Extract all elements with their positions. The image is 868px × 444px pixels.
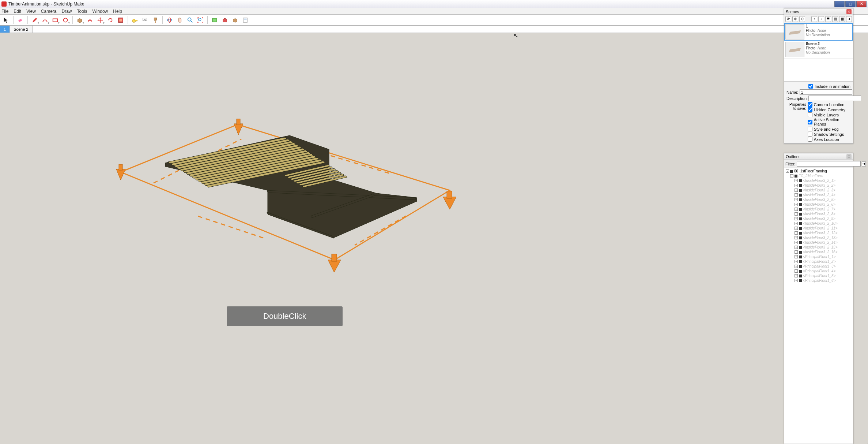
scene-tab-1[interactable]: 1 — [0, 26, 10, 33]
tree-expand-icon[interactable]: + — [795, 198, 798, 201]
tree-expand-icon[interactable]: + — [795, 189, 798, 192]
tree-expand-icon[interactable]: - — [790, 174, 793, 178]
offset-tool-icon[interactable] — [86, 16, 94, 24]
tree-expand-icon[interactable]: + — [795, 274, 798, 277]
scene-desc-input[interactable] — [808, 96, 861, 101]
menu-window[interactable]: Window — [93, 9, 108, 14]
tree-expand-icon[interactable]: + — [795, 212, 798, 216]
tree-row[interactable]: +<PrincipalFloor1_4> — [785, 269, 852, 273]
tree-expand-icon[interactable]: + — [795, 241, 798, 244]
menu-view[interactable]: View — [26, 9, 36, 14]
scene-movedown-icon[interactable]: ↓ — [818, 16, 824, 22]
prop-camera-checkbox[interactable] — [808, 102, 812, 107]
tree-row[interactable]: +<InsideFloor3_2_7> — [785, 207, 852, 212]
circle-tool-icon[interactable] — [61, 16, 69, 24]
tree-expand-icon[interactable]: + — [795, 193, 798, 197]
tree-expand-icon[interactable]: + — [795, 203, 798, 206]
extension-icon[interactable] — [231, 16, 239, 24]
3d-viewport[interactable]: DoubleClick — [0, 33, 868, 444]
menu-tools[interactable]: Tools — [77, 9, 87, 14]
tree-expand-icon[interactable]: + — [795, 265, 798, 268]
tree-row[interactable]: +<PrincipalFloor1_3> — [785, 264, 852, 269]
outliner-close-icon[interactable]: □ — [846, 154, 852, 159]
menu-camera[interactable]: Camera — [41, 9, 57, 14]
layout-icon[interactable] — [241, 16, 249, 24]
tree-row[interactable]: +<PrincipalFloor1_2> — [785, 259, 852, 264]
prop-shadow-checkbox[interactable] — [808, 132, 812, 137]
rotate-tool-icon[interactable] — [106, 16, 114, 24]
tree-row[interactable]: +<InsideFloor3_2_6> — [785, 202, 852, 207]
move-tool-icon[interactable] — [96, 16, 104, 24]
tree-expand-icon[interactable]: + — [795, 260, 798, 263]
tree-expand-icon[interactable]: + — [795, 208, 798, 211]
scene-list-item[interactable]: Scene 2 Photo: None No Description — [784, 41, 853, 59]
maximize-button[interactable]: □ — [845, 1, 856, 7]
tree-row[interactable]: +<InsideFloor3_2_1> — [785, 178, 852, 183]
prop-layers-checkbox[interactable] — [808, 112, 812, 117]
scene-refresh-icon[interactable]: ⟳ — [785, 16, 791, 22]
menu-edit[interactable]: Edit — [14, 9, 21, 14]
scene-tab-2[interactable]: Scene 2 — [10, 26, 32, 33]
scene-moveup-icon[interactable]: ↑ — [811, 16, 817, 22]
eraser-tool-icon[interactable] — [16, 16, 24, 24]
tree-expand-icon[interactable]: + — [795, 227, 798, 230]
zoom-extents-tool-icon[interactable] — [196, 16, 204, 24]
tree-row[interactable]: +<InsideFloor3_2_14> — [785, 240, 852, 245]
tree-row[interactable]: +<InsideFloor3_2_9> — [785, 216, 852, 221]
scene-name-input[interactable] — [800, 89, 852, 95]
tree-expand-icon[interactable]: + — [795, 179, 798, 182]
outliner-filter-input[interactable] — [797, 161, 861, 167]
tree-expand-icon[interactable]: + — [795, 236, 798, 239]
menu-file[interactable]: File — [1, 9, 8, 14]
scene-list-item[interactable]: 1 Photo: None No Description — [784, 23, 853, 41]
tree-expand-icon[interactable]: + — [795, 279, 798, 282]
tree-row[interactable]: +<InsideFloor3_2_3> — [785, 188, 852, 193]
include-animation-checkbox[interactable] — [808, 84, 813, 89]
scene-remove-icon[interactable]: ⊖ — [799, 16, 805, 22]
prop-axes-checkbox[interactable] — [808, 137, 812, 142]
orbit-tool-icon[interactable] — [166, 16, 174, 24]
scene-add-icon[interactable]: ⊕ — [792, 16, 798, 22]
tree-row[interactable]: +<InsideFloor3_2_11> — [785, 226, 852, 231]
tree-row[interactable]: +<PrincipalFloor1_5> — [785, 273, 852, 278]
scenes-panel-header[interactable]: Scenes ✕ — [784, 8, 853, 15]
pan-tool-icon[interactable] — [176, 16, 184, 24]
tree-row[interactable]: +<InsideFloor3_2_5> — [785, 197, 852, 202]
menu-draw[interactable]: Draw — [62, 9, 72, 14]
rectangle-tool-icon[interactable] — [51, 16, 59, 24]
tree-row[interactable]: -FC_2ManForm — [785, 174, 852, 178]
tree-expand-icon[interactable]: + — [795, 269, 798, 273]
outliner-tree[interactable]: -00_1stFloorFraming-FC_2ManForm+<InsideF… — [784, 168, 853, 444]
tree-row[interactable]: +<PrincipalFloor1_1> — [785, 254, 852, 259]
outliner-details-icon[interactable]: ➜ — [862, 161, 866, 167]
menu-help[interactable]: Help — [113, 9, 122, 14]
tree-row[interactable]: +<InsideFloor3_2_13> — [785, 235, 852, 240]
tree-row[interactable]: +<InsideFloor3_2_8> — [785, 212, 852, 216]
tree-expand-icon[interactable]: + — [795, 217, 798, 220]
minimize-button[interactable]: _ — [834, 1, 845, 7]
prop-hidden-checkbox[interactable] — [808, 107, 812, 112]
tree-expand-icon[interactable]: + — [795, 250, 798, 254]
tree-row[interactable]: +<InsideFloor3_2_10> — [785, 221, 852, 226]
zoom-tool-icon[interactable] — [186, 16, 194, 24]
scenes-panel-close-icon[interactable]: ✕ — [846, 9, 852, 14]
warehouse-icon[interactable] — [221, 16, 229, 24]
paint-tool-icon[interactable] — [151, 16, 159, 24]
scene-detail-icon[interactable]: ▦ — [839, 16, 845, 22]
tape-tool-icon[interactable] — [131, 16, 139, 24]
tree-expand-icon[interactable]: + — [795, 184, 798, 187]
scene-menu-icon[interactable]: ▤ — [832, 16, 838, 22]
tree-row[interactable]: +<PrincipalFloor1_6> — [785, 278, 852, 283]
tree-row[interactable]: +<InsideFloor3_2_12> — [785, 231, 852, 235]
arc-tool-icon[interactable] — [41, 16, 49, 24]
prop-style-checkbox[interactable] — [808, 127, 812, 131]
tree-expand-icon[interactable]: + — [795, 246, 798, 249]
tree-row[interactable]: +<InsideFloor3_2_16> — [785, 250, 852, 254]
prop-section-checkbox[interactable] — [808, 120, 812, 124]
tree-expand-icon[interactable]: + — [795, 255, 798, 258]
select-tool-icon[interactable] — [2, 16, 10, 24]
scene-viewmode-icon[interactable]: ≣ — [825, 16, 831, 22]
tree-row[interactable]: -00_1stFloorFraming — [785, 169, 852, 174]
geo-location-icon[interactable] — [211, 16, 219, 24]
outliner-header[interactable]: Outliner □ — [784, 153, 853, 160]
